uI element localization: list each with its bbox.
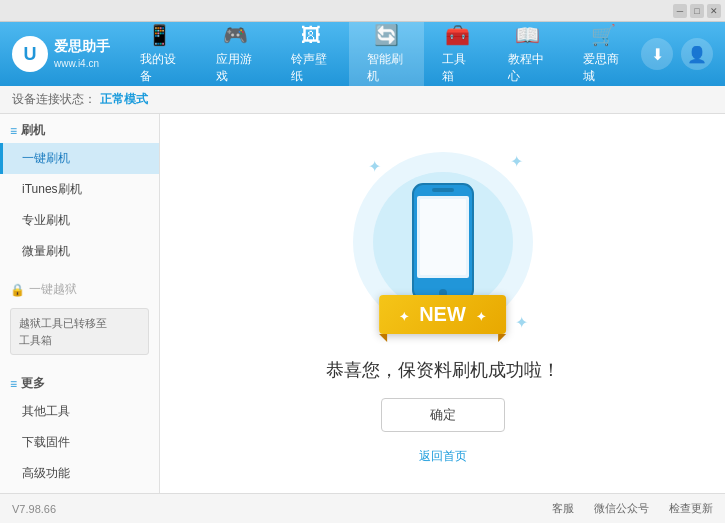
nav-store[interactable]: 🛒 爱思商城 [565, 22, 641, 86]
sidebar: ≡ 刷机 一键刷机 iTunes刷机 专业刷机 微量刷机 🔒 一键越狱 越狱工具… [0, 114, 160, 493]
logo: U 爱思助手 www.i4.cn [8, 22, 122, 86]
status-label: 设备连接状态： [12, 91, 96, 108]
nav-right: ⬇ 👤 [641, 22, 725, 86]
toolbox-icon: 🧰 [445, 23, 470, 47]
sidebar-locked-jailbreak: 🔒 一键越狱 [0, 275, 159, 304]
logo-url: www.i4.cn [54, 57, 110, 71]
new-badge: NEW [419, 303, 466, 325]
success-text: 恭喜您，保资料刷机成功啦！ [326, 358, 560, 382]
navbar: U 爱思助手 www.i4.cn 📱 我的设备 🎮 应用游戏 🖼 铃声壁纸 🔄 … [0, 22, 725, 86]
nav-tutorials[interactable]: 📖 教程中心 [490, 22, 566, 86]
flash-icon: 🔄 [374, 23, 399, 47]
nav-toolbox-label: 工具箱 [442, 51, 472, 85]
nav-wallpaper[interactable]: 🖼 铃声壁纸 [273, 22, 349, 86]
sparkle-topright-icon: ✦ [510, 152, 523, 171]
phone-icon: 📱 [147, 23, 172, 47]
section-flash: ≡ 刷机 [0, 114, 159, 143]
sidebar-item-download-fw[interactable]: 下载固件 [0, 427, 159, 458]
sidebar-item-advanced[interactable]: 高级功能 [0, 458, 159, 489]
minimize-button[interactable]: ─ [673, 4, 687, 18]
bottombar: V7.98.66 客服 微信公众号 检查更新 [0, 493, 725, 523]
wallpaper-icon: 🖼 [301, 24, 321, 47]
more-section-icon: ≡ [10, 377, 17, 391]
sidebar-item-onekey[interactable]: 一键刷机 [0, 143, 159, 174]
confirm-button[interactable]: 确定 [381, 398, 505, 432]
service-link[interactable]: 客服 [552, 501, 574, 516]
nav-smart-flash[interactable]: 🔄 智能刷机 [349, 22, 425, 86]
nav-my-device[interactable]: 📱 我的设备 [122, 22, 198, 86]
download-button[interactable]: ⬇ [641, 38, 673, 70]
nav-wallpaper-label: 铃声壁纸 [291, 51, 331, 85]
phone-illustration: ✦ ✦ ✦ NEW ✦ [343, 142, 543, 342]
nav-items: 📱 我的设备 🎮 应用游戏 🖼 铃声壁纸 🔄 智能刷机 🧰 工具箱 📖 教程中心… [122, 22, 641, 86]
account-button[interactable]: 👤 [681, 38, 713, 70]
phone-svg [408, 182, 478, 302]
jailbreak-notice: 越狱工具已转移至工具箱 [10, 308, 149, 355]
version-text: V7.98.66 [12, 503, 56, 515]
nav-apps-label: 应用游戏 [216, 51, 256, 85]
flash-section-icon: ≡ [10, 124, 17, 138]
sidebar-item-other-tools[interactable]: 其他工具 [0, 396, 159, 427]
sparkle-topleft-icon: ✦ [368, 157, 381, 176]
main-area: ≡ 刷机 一键刷机 iTunes刷机 专业刷机 微量刷机 🔒 一键越狱 越狱工具… [0, 114, 725, 493]
svg-rect-4 [420, 199, 466, 275]
sidebar-item-pro[interactable]: 专业刷机 [0, 205, 159, 236]
nav-toolbox[interactable]: 🧰 工具箱 [424, 22, 490, 86]
back-home-link[interactable]: 返回首页 [419, 448, 467, 465]
status-value: 正常模式 [100, 91, 148, 108]
statusbar: 设备连接状态： 正常模式 [0, 86, 725, 114]
lock-icon: 🔒 [10, 283, 25, 297]
sidebar-item-micro[interactable]: 微量刷机 [0, 236, 159, 267]
gamepad-icon: 🎮 [223, 23, 248, 47]
bottombar-right: 客服 微信公众号 检查更新 [552, 501, 713, 516]
nav-smart-flash-label: 智能刷机 [367, 51, 407, 85]
main-content: ✦ ✦ ✦ NEW ✦ [160, 114, 725, 493]
maximize-button[interactable]: □ [690, 4, 704, 18]
nav-my-device-label: 我的设备 [140, 51, 180, 85]
nav-tutorials-label: 教程中心 [508, 51, 548, 85]
logo-name: 爱思助手 [54, 37, 110, 57]
logo-icon: U [24, 44, 37, 65]
sidebar-item-itunes[interactable]: iTunes刷机 [0, 174, 159, 205]
section-more: ≡ 更多 [0, 367, 159, 396]
store-icon: 🛒 [591, 23, 616, 47]
titlebar: ─ □ ✕ [0, 0, 725, 22]
nav-store-label: 爱思商城 [583, 51, 623, 85]
logo-circle: U [12, 36, 48, 72]
update-link[interactable]: 检查更新 [669, 501, 713, 516]
sparkle-bottomright-icon: ✦ [515, 313, 528, 332]
nav-apps[interactable]: 🎮 应用游戏 [198, 22, 274, 86]
book-icon: 📖 [515, 23, 540, 47]
close-button[interactable]: ✕ [707, 4, 721, 18]
logo-text: 爱思助手 www.i4.cn [54, 37, 110, 71]
svg-rect-2 [432, 188, 454, 192]
wechat-link[interactable]: 微信公众号 [594, 501, 649, 516]
